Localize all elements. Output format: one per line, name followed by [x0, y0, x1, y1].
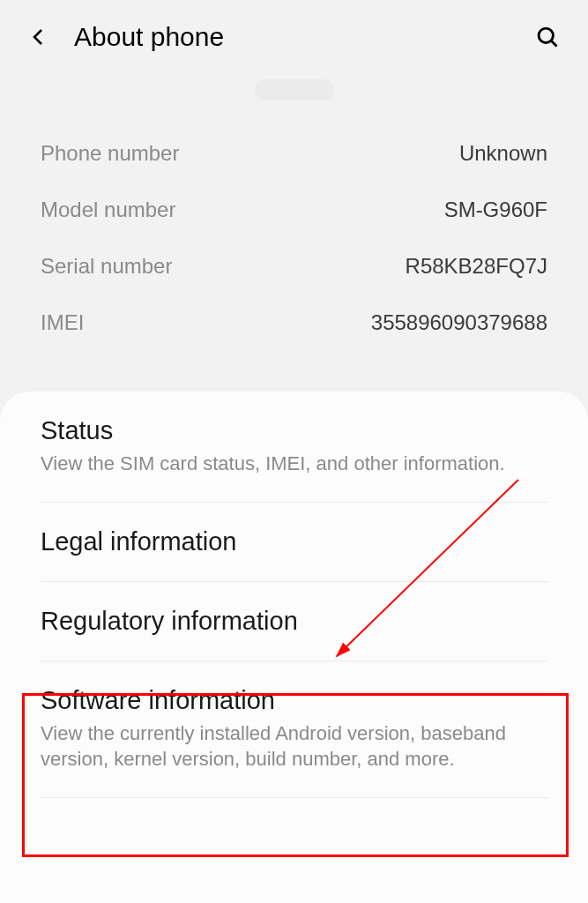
- info-label: Phone number: [41, 141, 179, 166]
- back-button[interactable]: [25, 23, 53, 51]
- svg-line-1: [551, 41, 556, 46]
- info-label: IMEI: [41, 310, 84, 335]
- info-row-imei: IMEI 355896090379688: [41, 295, 547, 351]
- menu-item-desc: View the SIM card status, IMEI, and othe…: [41, 451, 547, 477]
- info-value: SM-G960F: [444, 198, 547, 222]
- search-button[interactable]: [532, 21, 563, 53]
- device-info-section: Phone number Unknown Model number SM-G96…: [0, 125, 588, 351]
- menu-item-regulatory[interactable]: Regulatory information: [41, 582, 547, 661]
- drag-handle: [255, 79, 334, 101]
- info-value: 355896090379688: [371, 310, 547, 335]
- menu-item-software[interactable]: Software information View the currently …: [41, 661, 547, 798]
- menu-item-status[interactable]: Status View the SIM card status, IMEI, a…: [41, 392, 547, 503]
- chevron-left-icon: [28, 26, 49, 48]
- svg-point-0: [539, 28, 553, 42]
- menu-item-title: Regulatory information: [41, 607, 547, 636]
- search-icon: [535, 25, 560, 49]
- menu-card: Status View the SIM card status, IMEI, a…: [0, 392, 588, 903]
- info-row-model-number: Model number SM-G960F: [41, 182, 547, 238]
- menu-item-title: Status: [41, 416, 547, 445]
- header: About phone: [0, 0, 588, 74]
- info-label: Model number: [41, 198, 175, 222]
- info-row-phone-number: Phone number Unknown: [41, 125, 547, 182]
- info-label: Serial number: [41, 254, 172, 279]
- info-value: R58KB28FQ7J: [406, 254, 547, 279]
- menu-item-desc: View the currently installed Android ver…: [41, 720, 547, 772]
- menu-item-legal[interactable]: Legal information: [41, 503, 547, 582]
- page-title: About phone: [74, 22, 510, 52]
- menu-item-title: Legal information: [41, 527, 547, 556]
- info-row-serial-number: Serial number R58KB28FQ7J: [41, 238, 547, 295]
- menu-item-title: Software information: [41, 686, 547, 715]
- info-value: Unknown: [459, 141, 547, 166]
